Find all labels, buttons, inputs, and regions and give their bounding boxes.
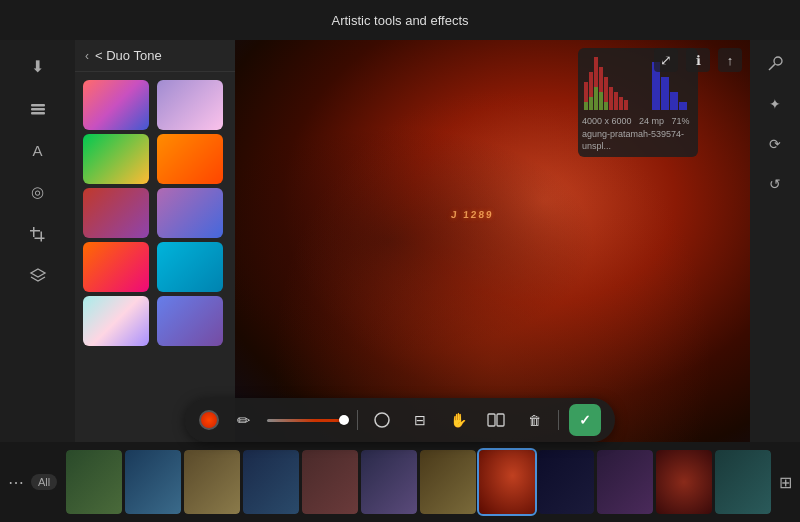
- duotone-swatch-9[interactable]: [83, 296, 149, 346]
- top-bar: Artistic tools and effects: [0, 0, 800, 40]
- image-megapixels: 24 mp: [639, 116, 664, 126]
- svg-rect-18: [589, 97, 593, 110]
- undo-icon[interactable]: ↺: [759, 168, 791, 200]
- brush-color-swatch[interactable]: [199, 410, 219, 430]
- svg-rect-17: [584, 102, 588, 110]
- split-view-button[interactable]: [482, 406, 510, 434]
- filmstrip-thumb-4[interactable]: [243, 450, 299, 514]
- separator-1: [357, 410, 358, 430]
- back-button[interactable]: ‹: [85, 49, 89, 63]
- filmstrip-thumb-6[interactable]: [361, 450, 417, 514]
- confirm-button[interactable]: ✓: [569, 404, 601, 436]
- image-zoom: 71%: [672, 116, 690, 126]
- layers-icon[interactable]: [20, 90, 56, 126]
- toolbar-pill: ✏ ⊟ ✋ 🗑 ✓: [185, 398, 615, 442]
- svg-rect-14: [614, 92, 618, 110]
- svg-rect-6: [41, 231, 43, 241]
- filmstrip-thumb-9[interactable]: [538, 450, 594, 514]
- svg-rect-1: [31, 108, 45, 111]
- duotone-swatch-1[interactable]: [83, 80, 149, 130]
- svg-rect-23: [661, 77, 669, 110]
- svg-rect-30: [497, 414, 504, 426]
- sparkle-icon[interactable]: ✦: [759, 88, 791, 120]
- svg-marker-7: [31, 269, 45, 277]
- svg-rect-16: [624, 100, 628, 110]
- bottom-toolbar: ✏ ⊟ ✋ 🗑 ✓: [0, 398, 800, 442]
- svg-rect-4: [33, 227, 35, 237]
- duotone-title: < Duo Tone: [95, 48, 162, 63]
- duotone-swatch-7[interactable]: [83, 242, 149, 292]
- filmstrip: ⋯ All ⊞: [0, 442, 800, 522]
- duotone-swatch-10[interactable]: [157, 296, 223, 346]
- filmstrip-thumb-11[interactable]: [656, 450, 712, 514]
- svg-point-28: [375, 413, 389, 427]
- reflection-text: J 1289: [451, 209, 495, 220]
- crop-icon[interactable]: [20, 216, 56, 252]
- circle-tool-button[interactable]: [368, 406, 396, 434]
- filmstrip-thumb-10[interactable]: [597, 450, 653, 514]
- svg-rect-0: [31, 104, 45, 107]
- svg-point-26: [774, 57, 782, 65]
- brush-size-slider[interactable]: [267, 419, 347, 422]
- info-icon[interactable]: ℹ: [686, 48, 710, 72]
- filmstrip-menu-icon[interactable]: ⋯: [8, 473, 24, 492]
- svg-rect-20: [599, 92, 603, 110]
- target-icon[interactable]: ◎: [20, 174, 56, 210]
- right-sidebar: ✦ ⟳ ↺: [750, 40, 800, 442]
- expand-icon[interactable]: ⤢: [654, 48, 678, 72]
- duotone-swatch-8[interactable]: [157, 242, 223, 292]
- mask-tool-button[interactable]: ⊟: [406, 406, 434, 434]
- left-sidebar: ⬇ A ◎: [0, 40, 75, 442]
- filmstrip-all-button[interactable]: All: [31, 474, 57, 490]
- duotone-swatch-6[interactable]: [157, 188, 223, 238]
- svg-rect-19: [594, 87, 598, 110]
- duotone-grid: [75, 72, 235, 354]
- svg-line-27: [769, 64, 775, 70]
- svg-rect-29: [488, 414, 495, 426]
- svg-rect-15: [619, 97, 623, 110]
- svg-rect-24: [670, 92, 678, 110]
- redo-icon[interactable]: ⟳: [759, 128, 791, 160]
- download-icon[interactable]: ⬇: [20, 48, 56, 84]
- svg-rect-13: [609, 87, 613, 110]
- share-icon[interactable]: ↑: [718, 48, 742, 72]
- brush-tool-button[interactable]: ✏: [229, 406, 257, 434]
- text-icon[interactable]: A: [20, 132, 56, 168]
- main-area: ⬇ A ◎ ‹ < Du: [0, 40, 800, 442]
- duotone-swatch-5[interactable]: [83, 188, 149, 238]
- canvas-top-right-icons: ⤢ ℹ ↑: [654, 48, 742, 72]
- svg-rect-25: [679, 102, 687, 110]
- canvas-image: J 1289: [235, 40, 750, 442]
- filmstrip-thumb-12[interactable]: [715, 450, 771, 514]
- hand-tool-button[interactable]: ✋: [444, 406, 472, 434]
- svg-rect-2: [31, 112, 45, 115]
- canvas-area: J 1289: [235, 40, 750, 442]
- svg-rect-3: [30, 230, 40, 232]
- delete-tool-button[interactable]: 🗑: [520, 406, 548, 434]
- duotone-swatch-3[interactable]: [83, 134, 149, 184]
- filmstrip-thumb-8[interactable]: [479, 450, 535, 514]
- duotone-swatch-4[interactable]: [157, 134, 223, 184]
- page-title: Artistic tools and effects: [331, 13, 468, 28]
- svg-rect-5: [35, 237, 45, 239]
- histogram-meta: 4000 x 6000 24 mp 71% agung-pratamah-539…: [582, 115, 694, 153]
- filmstrip-thumb-7[interactable]: [420, 450, 476, 514]
- duotone-swatch-2[interactable]: [157, 80, 223, 130]
- filmstrip-thumb-2[interactable]: [125, 450, 181, 514]
- duotone-panel: ‹ < Duo Tone: [75, 40, 235, 442]
- svg-rect-21: [604, 102, 608, 110]
- duotone-header: ‹ < Duo Tone: [75, 40, 235, 72]
- separator-2: [558, 410, 559, 430]
- magic-wand-icon[interactable]: [759, 48, 791, 80]
- image-dimensions: 4000 x 6000: [582, 116, 632, 126]
- image-filename: agung-pratamah-539574-unspl...: [582, 129, 684, 152]
- filmstrip-thumb-1[interactable]: [66, 450, 122, 514]
- stack-icon[interactable]: [20, 258, 56, 294]
- filmstrip-grid-icon[interactable]: ⊞: [779, 473, 792, 492]
- filmstrip-thumb-3[interactable]: [184, 450, 240, 514]
- filmstrip-thumb-5[interactable]: [302, 450, 358, 514]
